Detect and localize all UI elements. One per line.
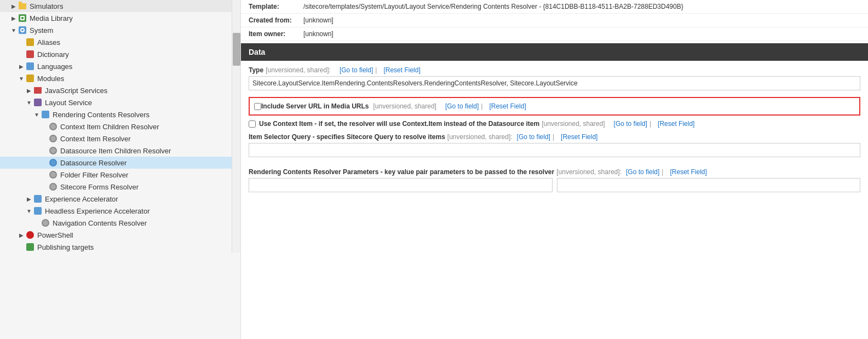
left-scrollbar[interactable]: [232, 0, 240, 253]
use-context-item-checkbox[interactable]: [249, 120, 256, 128]
sidebar-item-label: Experience Accelerator: [45, 195, 118, 203]
item-selector-goto-link[interactable]: [Go to field]: [517, 133, 550, 141]
layout-icon: [33, 98, 43, 107]
dictionary-icon: [25, 50, 35, 59]
media-icon: [18, 14, 27, 22]
expand-arrow[interactable]: ▶: [25, 196, 33, 202]
rendering-params-value-input[interactable]: [557, 178, 861, 192]
sidebar-item-folder-filter-resolver[interactable]: ▶ Folder Filter Resolver: [0, 169, 232, 181]
circle-gray-icon: [48, 122, 58, 131]
scrollbar-thumb[interactable]: [233, 33, 240, 66]
include-server-url-reset-link[interactable]: [Reset Field]: [489, 102, 526, 110]
pubtargets-icon: [25, 243, 35, 251]
use-context-item-meta: [unversioned, shared]: [542, 120, 605, 128]
sidebar-item-javascript-services[interactable]: ▶ JavaScript Services: [0, 84, 232, 96]
type-field-header: Type [unversioned, shared]: [Go to field…: [249, 66, 860, 74]
sidebar-item-label: Datasource Resolver: [60, 159, 127, 167]
sidebar-item-context-item-children-resolver[interactable]: ▶ Context Item Children Resolver: [0, 120, 232, 133]
sidebar-item-rendering-contents-resolvers[interactable]: ▼ Rendering Contents Resolvers: [0, 108, 232, 120]
expand-arrow[interactable]: ▶: [10, 3, 18, 9]
item-selector-input[interactable]: [249, 143, 860, 157]
sidebar-item-datasource-item-children-resolver[interactable]: ▶ Datasource Item Children Resolver: [0, 145, 232, 157]
rendering-params-reset-link[interactable]: [Reset Field]: [670, 168, 706, 176]
type-goto-link[interactable]: [Go to field]: [340, 66, 373, 74]
template-row: Template: /sitecore/templates/System/Lay…: [241, 0, 868, 14]
rendering-params-header: Rendering Contents Resolver Parameters -…: [249, 168, 860, 176]
exp-icon: [33, 194, 43, 203]
sidebar-item-label: Sitecore Forms Resolver: [60, 183, 139, 191]
sidebar-item-system[interactable]: ▼ System: [0, 24, 232, 36]
expand-arrow[interactable]: ▼: [18, 76, 25, 82]
sidebar-item-media-library[interactable]: ▶ Media Library: [0, 12, 232, 24]
sidebar-item-aliases[interactable]: ▶ Aliases: [0, 36, 232, 48]
item-selector-reset-link[interactable]: [Reset Field]: [561, 133, 597, 141]
sidebar-item-publishing-targets[interactable]: ▶ Publishing targets: [0, 241, 232, 253]
sidebar-item-label: Aliases: [37, 38, 60, 47]
type-reset-link[interactable]: [Reset Field]: [383, 66, 420, 74]
system-icon: [18, 26, 27, 35]
expand-arrow[interactable]: ▶: [18, 232, 25, 238]
sidebar-item-label: Context Item Children Resolver: [60, 123, 159, 131]
aliases-icon: [25, 38, 35, 47]
use-context-item-header: Use Context Item - if set, the resolver …: [249, 120, 860, 128]
sidebar-item-dictionary[interactable]: ▶ Dictionary: [0, 48, 232, 60]
separator: |: [662, 168, 663, 176]
sidebar-item-modules[interactable]: ▼ Modules: [0, 72, 232, 84]
item-owner-value: [unknown]: [303, 30, 860, 38]
separator: |: [649, 120, 651, 128]
rendering-params-inputs: [249, 178, 860, 192]
use-context-item-reset-link[interactable]: [Reset Field]: [658, 120, 694, 128]
item-owner-row: Item owner: [unknown]: [241, 27, 868, 41]
created-from-value: [unknown]: [303, 16, 860, 24]
circle-gray-icon: [41, 219, 50, 227]
sidebar-item-layout-service[interactable]: ▼ Layout Service: [0, 96, 232, 108]
rendering-params-key-input[interactable]: [249, 178, 553, 192]
expand-arrow[interactable]: ▼: [25, 100, 33, 106]
sidebar-item-simulators[interactable]: ▶ Simulators: [0, 0, 232, 12]
sidebar-item-label: System: [30, 26, 53, 35]
type-label: Type: [249, 66, 263, 74]
sidebar-item-label: Media Library: [30, 14, 73, 22]
expand-arrow[interactable]: ▼: [33, 112, 41, 118]
data-fields: Type [unversioned, shared]: [Go to field…: [241, 61, 868, 203]
expand-arrow[interactable]: ▼: [10, 27, 18, 33]
type-input[interactable]: [249, 76, 860, 90]
template-value: /sitecore/templates/System/Layout/Layout…: [303, 3, 860, 10]
sidebar-item-navigation-contents-resolver[interactable]: ▶ Navigation Contents Resolver: [0, 217, 232, 229]
item-selector-field: Item Selector Query - specifies Sitecore…: [249, 133, 860, 163]
circle-gray-icon: [48, 134, 58, 143]
separator: |: [481, 102, 482, 110]
sidebar-item-label: Folder Filter Resolver: [60, 171, 128, 179]
sidebar-item-label: PowerShell: [37, 231, 73, 239]
sidebar-item-languages[interactable]: ▶ Languages: [0, 60, 232, 72]
include-server-url-checkbox[interactable]: [254, 103, 261, 110]
sidebar-item-label: JavaScript Services: [45, 87, 107, 95]
expand-arrow[interactable]: ▶: [18, 64, 25, 70]
circle-blue-icon: [48, 158, 58, 167]
include-server-url-goto-link[interactable]: [Go to field]: [445, 102, 479, 110]
sidebar-item-label: Rendering Contents Resolvers: [53, 111, 150, 119]
sidebar-item-context-item-resolver[interactable]: ▶ Context Item Resolver: [0, 133, 232, 145]
tree: ▶ Simulators ▶ Media Library ▼ System ▶ …: [0, 0, 232, 253]
sidebar-item-sitecore-forms-resolver[interactable]: ▶ Sitecore Forms Resolver: [0, 181, 232, 193]
languages-icon: [25, 62, 35, 71]
expand-arrow[interactable]: ▶: [10, 15, 18, 21]
sidebar-item-powershell[interactable]: ▶ PowerShell: [0, 229, 232, 241]
sidebar-item-headless-experience-accelerator[interactable]: ▼ Headless Experience Accelerator: [0, 205, 232, 217]
rendering-params-label: Rendering Contents Resolver Parameters -…: [249, 168, 554, 176]
use-context-item-goto-link[interactable]: [Go to field]: [614, 120, 647, 128]
expand-arrow[interactable]: ▶: [25, 88, 33, 94]
expand-arrow[interactable]: ▼: [25, 208, 33, 214]
sidebar-item-label: Dictionary: [37, 50, 69, 59]
use-context-item-label: Use Context Item - if set, the resolver …: [259, 120, 539, 128]
item-owner-label: Item owner:: [249, 30, 303, 38]
include-server-url-field: Include Server URL in Media URLs [unvers…: [249, 97, 860, 116]
folder-icon: [18, 2, 27, 10]
sidebar-item-datasource-resolver[interactable]: ▶ Datasource Resolver: [0, 157, 232, 169]
sidebar-item-label: Context Item Resolver: [60, 135, 131, 143]
rendering-params-goto-link[interactable]: [Go to field]: [626, 168, 659, 176]
circle-gray-icon: [48, 182, 58, 191]
type-meta: [unversioned, shared]:: [266, 66, 331, 74]
data-section-header: Data: [241, 43, 868, 61]
sidebar-item-experience-accelerator[interactable]: ▶ Experience Accelerator: [0, 193, 232, 205]
